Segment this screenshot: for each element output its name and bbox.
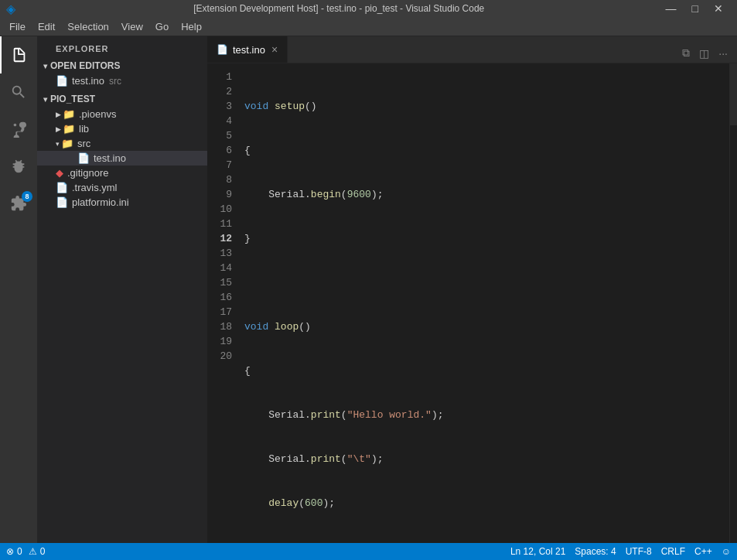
folder-icon: 📁: [63, 108, 75, 120]
tab-bar: 📄 test.ino × ⧉ ◫ ···: [207, 36, 737, 63]
pio-test-section[interactable]: ▾ PIO_TEST: [37, 91, 207, 107]
tab-close-button[interactable]: ×: [271, 43, 278, 56]
editor-area: 📄 test.ino × ⧉ ◫ ··· 12345 678910 111213…: [207, 36, 737, 543]
tab-testino[interactable]: 📄 test.ino ×: [207, 36, 288, 63]
line-ending[interactable]: CRLF: [661, 546, 685, 557]
title-bar: ◈ [Extension Development Host] - test.in…: [0, 0, 737, 17]
folder-pioenvs-label: .pioenvs: [79, 108, 116, 120]
explorer-activity-icon[interactable]: [0, 36, 37, 73]
extensions-activity-icon[interactable]: 8: [0, 185, 37, 222]
travis-icon: 📄: [56, 182, 68, 193]
close-button[interactable]: ✕: [706, 2, 731, 15]
open-editors-label: OPEN EDITORS: [50, 60, 120, 71]
file-testino-tree[interactable]: 📄 test.ino: [37, 151, 207, 166]
minimap-thumb: [730, 63, 737, 125]
indentation[interactable]: Spaces: 4: [575, 546, 616, 557]
open-editors-chevron: ▾: [43, 62, 47, 70]
warning-icon: ⚠: [29, 546, 37, 557]
source-control-activity-icon[interactable]: [0, 111, 37, 148]
menu-file[interactable]: File: [3, 19, 32, 34]
maximize-button[interactable]: □: [684, 2, 706, 15]
title-text: [Extension Development Host] - test.ino …: [20, 3, 658, 14]
tab-filename: test.ino: [233, 44, 265, 56]
sidebar-title: EXPLORER: [37, 36, 207, 58]
open-editor-filename: test.ino: [72, 75, 104, 87]
open-editors-section[interactable]: ▾ OPEN EDITORS: [37, 58, 207, 73]
status-right: Ln 12, Col 21 Spaces: 4 UTF-8 CRLF C++ ☺: [510, 546, 731, 557]
main-layout: 8 EXPLORER ▾ OPEN EDITORS 📄 test.ino src…: [0, 36, 737, 543]
file-gitignore[interactable]: ◆ .gitignore: [37, 166, 207, 180]
folder-lib-label: lib: [79, 123, 89, 135]
lib-chevron: ▶: [56, 125, 61, 133]
activity-bar: 8: [0, 36, 37, 543]
file-platformio[interactable]: 📄 platformio.ini: [37, 195, 207, 210]
folder-icon: 📁: [63, 123, 75, 135]
menu-edit[interactable]: Edit: [32, 19, 61, 34]
open-editor-item-testino[interactable]: 📄 test.ino src: [37, 73, 207, 88]
tab-actions: ⧉ ◫ ···: [673, 43, 737, 63]
folder-icon: 📁: [61, 138, 73, 149]
folder-lib[interactable]: ▶ 📁 lib: [37, 121, 207, 136]
status-bar: ⊗ 0 ⚠ 0 Ln 12, Col 21 Spaces: 4 UTF-8 CR…: [0, 543, 737, 560]
search-activity-icon[interactable]: [0, 73, 37, 111]
status-errors[interactable]: ⊗ 0 ⚠ 0: [6, 546, 45, 557]
platformio-icon: 📄: [56, 196, 68, 208]
file-travis[interactable]: 📄 .travis.yml: [37, 180, 207, 195]
file-platformio-label: platformio.ini: [72, 196, 129, 208]
debug-activity-icon[interactable]: [0, 148, 37, 185]
pioenvs-chevron: ▶: [56, 111, 61, 118]
more-actions-button[interactable]: ···: [715, 44, 731, 63]
menu-selection[interactable]: Selection: [61, 19, 114, 34]
menu-view[interactable]: View: [115, 19, 149, 34]
folder-src-label: src: [77, 138, 90, 149]
pio-test-label: PIO_TEST: [50, 94, 95, 104]
folder-pioenvs[interactable]: ▶ 📁 .pioenvs: [37, 107, 207, 121]
pio-test-chevron: ▾: [43, 95, 47, 104]
sidebar: EXPLORER ▾ OPEN EDITORS 📄 test.ino src ▾…: [37, 36, 207, 543]
code-editor[interactable]: 12345 678910 1112131415 1617181920 void …: [207, 63, 737, 543]
file-icon: 📄: [77, 152, 90, 164]
extensions-badge: 8: [22, 191, 32, 202]
error-count: 0: [17, 546, 22, 557]
toggle-sidebar-button[interactable]: ◫: [696, 44, 712, 63]
file-testino-tree-label: test.ino: [94, 152, 126, 164]
warning-count: 0: [40, 546, 46, 557]
smiley-icon[interactable]: ☺: [722, 546, 731, 557]
app-icon: ◈: [6, 2, 15, 16]
minimize-button[interactable]: —: [658, 2, 684, 15]
split-editor-button[interactable]: ⧉: [679, 43, 693, 63]
src-chevron: ▾: [56, 140, 60, 148]
menu-go[interactable]: Go: [149, 19, 175, 34]
language-mode[interactable]: C++: [694, 546, 712, 557]
file-travis-label: .travis.yml: [72, 182, 118, 193]
file-icon: 📄: [56, 75, 68, 87]
file-gitignore-label: .gitignore: [67, 167, 108, 179]
cursor-position[interactable]: Ln 12, Col 21: [510, 546, 565, 557]
line-numbers: 12345 678910 1112131415 1617181920: [207, 63, 238, 543]
tab-file-icon: 📄: [217, 44, 228, 55]
error-icon: ⊗: [6, 546, 14, 557]
folder-src[interactable]: ▾ 📁 src: [37, 136, 207, 151]
status-left: ⊗ 0 ⚠ 0: [6, 546, 45, 557]
code-content[interactable]: void setup() { Serial.begin(9600); } voi…: [238, 63, 729, 543]
minimap: [729, 63, 737, 543]
menu-bar: File Edit Selection View Go Help: [0, 17, 737, 36]
git-icon: ◆: [56, 167, 63, 179]
menu-help[interactable]: Help: [175, 19, 208, 34]
file-encoding[interactable]: UTF-8: [626, 546, 652, 557]
